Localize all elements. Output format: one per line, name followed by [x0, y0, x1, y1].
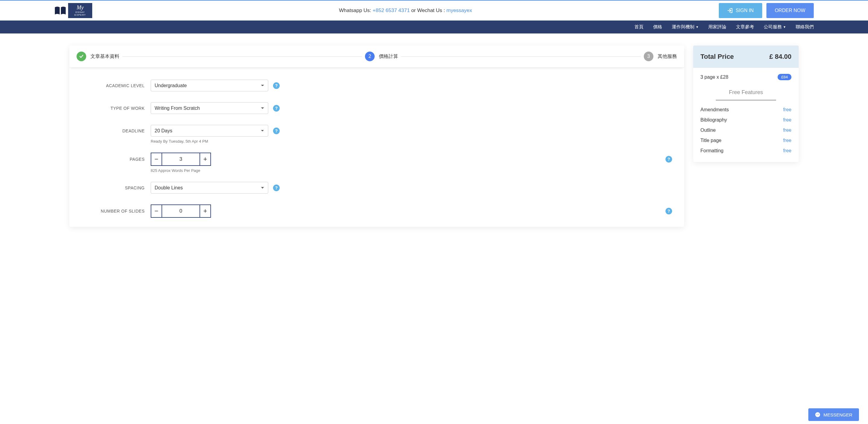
- wechat-link[interactable]: myessayex: [446, 7, 472, 13]
- slides-label: NUMBER OF SLIDES: [82, 209, 145, 213]
- nav-price[interactable]: 價格: [653, 21, 662, 33]
- nav-contact[interactable]: 聯絡我們: [796, 21, 814, 33]
- help-icon[interactable]: ?: [273, 185, 280, 191]
- nav-services[interactable]: 公司服務▼: [764, 21, 786, 33]
- phone-link[interactable]: +852 6537 4371: [373, 7, 410, 13]
- row-deadline: DEADLINE 20 Days ?: [82, 125, 672, 137]
- total-price: £ 84.00: [770, 53, 792, 61]
- help-icon[interactable]: ?: [273, 82, 280, 89]
- pages-input[interactable]: [162, 153, 199, 165]
- check-icon: [76, 52, 86, 61]
- typework-select[interactable]: Writing From Scratch: [151, 102, 268, 114]
- step-3-circle: 3: [644, 52, 653, 61]
- features-head: Free Features: [693, 86, 799, 100]
- pages-minus-button[interactable]: −: [151, 153, 162, 165]
- main: 文章基本資料 2 價格計算 3 其他服務 ACADEMIC LEVEL Unde…: [0, 33, 868, 239]
- price-desc: 3 page x £28: [701, 74, 728, 80]
- form-body: ACADEMIC LEVEL Undergraduate ? TYPE OF W…: [69, 67, 684, 227]
- pages-note: 825 Approx Words Per Page: [151, 168, 672, 173]
- spacing-label: SPACING: [82, 185, 145, 190]
- typework-label: TYPE OF WORK: [82, 106, 145, 111]
- topbar-actions: SIGN IN ORDER NOW: [719, 3, 814, 18]
- feature-amendments: Amendments free: [693, 104, 799, 115]
- feature-value: free: [783, 107, 792, 113]
- book-icon: [54, 6, 66, 15]
- navbar: 首頁 價格 運作與機制▼ 用家評論 文章參考 公司服務▼ 聯絡我們: [0, 21, 868, 33]
- feature-outline: Outline free: [693, 125, 799, 135]
- row-spacing: SPACING Double Lines ?: [82, 182, 672, 193]
- feature-titlepage: Title page free: [693, 135, 799, 146]
- step-3-label: 其他服務: [658, 53, 677, 60]
- slides-minus-button[interactable]: −: [151, 205, 162, 217]
- pages-label: PAGES: [82, 157, 145, 162]
- topbar: My ESSAY EXPERT Whatsapp Us: +852 6537 4…: [0, 0, 868, 21]
- price-sidebar: Total Price £ 84.00 3 page x £28 £84 Fre…: [693, 46, 799, 162]
- step-2-circle: 2: [365, 52, 375, 61]
- row-typework: TYPE OF WORK Writing From Scratch ?: [82, 102, 672, 114]
- total-header: Total Price £ 84.00: [693, 46, 799, 68]
- step-1-label: 文章基本資料: [90, 53, 119, 60]
- logo[interactable]: My ESSAY EXPERT: [54, 3, 92, 18]
- features-divider: [716, 100, 776, 100]
- deadline-label: DEADLINE: [82, 128, 145, 133]
- feature-value: free: [783, 117, 792, 123]
- nav-samples[interactable]: 文章參考: [736, 21, 754, 33]
- price-pill: £84: [778, 74, 792, 80]
- slides-input[interactable]: [162, 205, 199, 217]
- feature-name: Formatting: [701, 148, 723, 153]
- step-1[interactable]: 文章基本資料: [76, 52, 119, 61]
- form-card: 文章基本資料 2 價格計算 3 其他服務 ACADEMIC LEVEL Unde…: [69, 46, 684, 227]
- pages-stepper: − +: [151, 153, 211, 166]
- nav-how[interactable]: 運作與機制▼: [672, 21, 699, 33]
- slides-plus-button[interactable]: +: [199, 205, 210, 217]
- signin-icon: [727, 8, 733, 13]
- spacing-select[interactable]: Double Lines: [151, 182, 268, 193]
- slides-stepper: − +: [151, 205, 211, 218]
- total-label: Total Price: [701, 53, 734, 61]
- nav-reviews[interactable]: 用家評論: [708, 21, 726, 33]
- topbar-left: My ESSAY EXPERT: [54, 3, 92, 18]
- logo-subtext: ESSAY EXPERT: [71, 11, 89, 16]
- logo-script: My: [71, 5, 89, 10]
- step-3[interactable]: 3 其他服務: [644, 52, 677, 61]
- feature-name: Title page: [701, 138, 721, 143]
- row-pages: PAGES − + ?: [82, 153, 672, 166]
- caret-down-icon: ▼: [695, 25, 699, 29]
- step-divider: [401, 56, 641, 57]
- feature-formatting: Formatting free: [693, 146, 799, 156]
- academic-label: ACADEMIC LEVEL: [82, 83, 145, 88]
- logo-badge: My ESSAY EXPERT: [68, 3, 92, 18]
- contact-text: Whatsapp Us: +852 6537 4371 or Wechat Us…: [339, 7, 472, 13]
- pages-plus-button[interactable]: +: [199, 153, 210, 165]
- nav-services-label: 公司服務: [764, 24, 782, 30]
- steps: 文章基本資料 2 價格計算 3 其他服務: [69, 46, 684, 67]
- feature-name: Bibliography: [701, 117, 727, 123]
- step-2-label: 價格計算: [379, 53, 398, 60]
- deadline-note: Ready By Tuesday, 5th Apr 4 PM: [151, 139, 672, 144]
- feature-value: free: [783, 138, 792, 143]
- step-divider: [122, 56, 362, 57]
- row-slides: NUMBER OF SLIDES − + ?: [82, 205, 672, 218]
- help-icon[interactable]: ?: [273, 105, 280, 112]
- feature-name: Outline: [701, 127, 716, 133]
- academic-select[interactable]: Undergraduate: [151, 80, 268, 91]
- ordernow-button[interactable]: ORDER NOW: [767, 3, 814, 18]
- signin-label: SIGN IN: [736, 8, 754, 13]
- deadline-select[interactable]: 20 Days: [151, 125, 268, 137]
- nav-how-label: 運作與機制: [672, 24, 694, 30]
- signin-button[interactable]: SIGN IN: [719, 3, 762, 18]
- contact-mid: or Wechat Us :: [410, 7, 447, 13]
- nav-home[interactable]: 首頁: [634, 21, 644, 33]
- feature-bibliography: Bibliography free: [693, 115, 799, 125]
- contact-prefix: Whatsapp Us:: [339, 7, 373, 13]
- caret-down-icon: ▼: [783, 25, 786, 29]
- feature-name: Amendments: [701, 107, 729, 113]
- step-2: 2 價格計算: [365, 52, 398, 61]
- feature-value: free: [783, 148, 792, 153]
- help-icon[interactable]: ?: [273, 127, 280, 134]
- feature-value: free: [783, 127, 792, 133]
- row-academic: ACADEMIC LEVEL Undergraduate ?: [82, 80, 672, 91]
- help-icon[interactable]: ?: [665, 208, 672, 214]
- help-icon[interactable]: ?: [665, 156, 672, 162]
- price-line: 3 page x £28 £84: [693, 68, 799, 86]
